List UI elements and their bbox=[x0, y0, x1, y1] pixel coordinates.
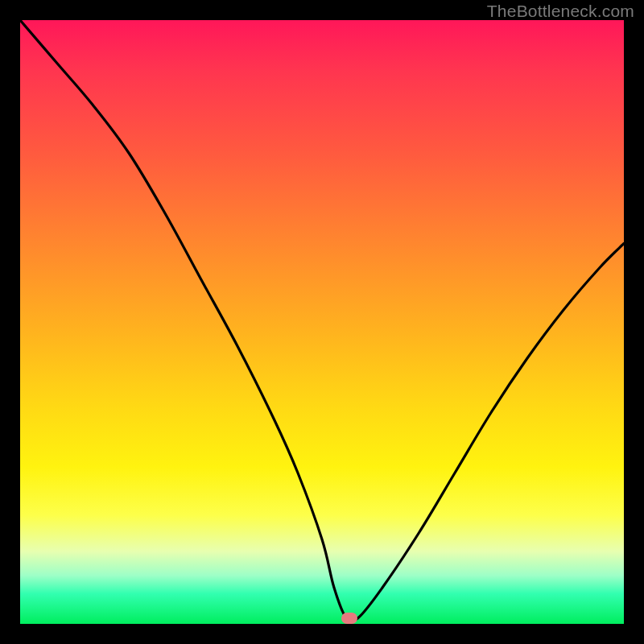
bottleneck-curve bbox=[20, 20, 624, 624]
site-watermark: TheBottleneck.com bbox=[487, 2, 634, 21]
trough-marker bbox=[341, 613, 357, 624]
chart-stage: TheBottleneck.com bbox=[0, 0, 644, 644]
plot-area bbox=[20, 20, 624, 624]
